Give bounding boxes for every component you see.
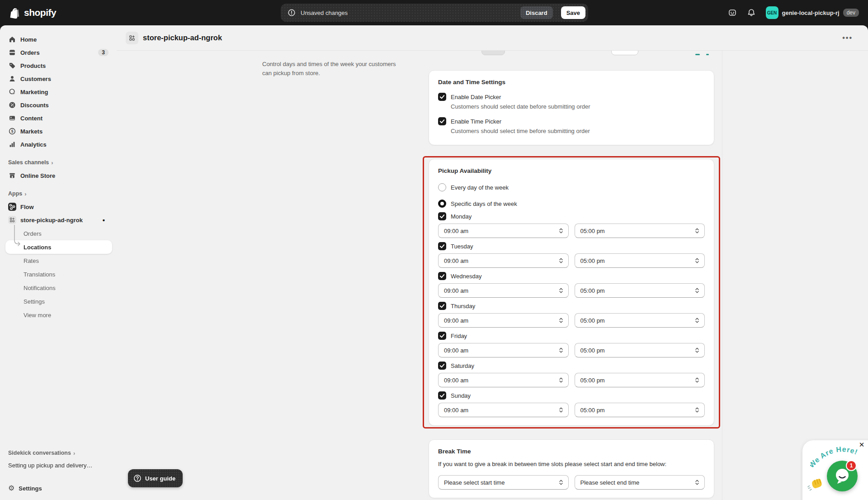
- orders-icon: [8, 48, 16, 57]
- clipped-button-fragment[interactable]: [611, 51, 638, 55]
- sidebar-item-products[interactable]: Products: [5, 59, 112, 72]
- sidebar-subitem-locations[interactable]: Locations: [5, 240, 112, 254]
- chat-notification-badge: 1: [846, 460, 857, 471]
- sidekick-conversation-item[interactable]: Setting up pickup and delivery…: [0, 458, 117, 472]
- select-value: 09:00 am: [444, 377, 468, 384]
- checkbox-checked-icon[interactable]: [438, 362, 446, 370]
- end-time-select[interactable]: 05:00 pm: [575, 283, 705, 298]
- sidebar-item-label: Marketing: [20, 89, 48, 95]
- checkbox-checked-icon[interactable]: [438, 302, 446, 310]
- discard-button[interactable]: Discard: [520, 6, 553, 19]
- account-menu[interactable]: GEN genie-local-pickup-rj dev: [763, 5, 862, 21]
- day-checkbox-row[interactable]: Friday: [438, 331, 705, 340]
- shopify-logo[interactable]: shopify: [10, 6, 56, 19]
- day-checkbox-row[interactable]: Thursday: [438, 301, 705, 310]
- sidebar-item-orders[interactable]: Orders 3: [5, 46, 112, 59]
- day-group: Monday 09:00 am 05:00 pm: [438, 212, 705, 238]
- checkbox-checked-icon[interactable]: [438, 391, 446, 400]
- end-time-select[interactable]: 05:00 pm: [575, 373, 705, 387]
- analytics-icon: [8, 140, 16, 148]
- sidebar-item-home[interactable]: Home: [5, 33, 112, 46]
- everyday-radio-row[interactable]: Every day of the week: [438, 183, 705, 192]
- day-label: Sunday: [451, 392, 471, 399]
- day-checkbox-row[interactable]: Tuesday: [438, 242, 705, 251]
- sidebar-item-online-store[interactable]: Online Store: [5, 169, 112, 182]
- select-value: 05:00 pm: [580, 377, 605, 384]
- end-time-select[interactable]: 05:00 pm: [575, 313, 705, 328]
- sidebar-item-customers[interactable]: Customers: [5, 72, 112, 85]
- marketing-icon: [8, 88, 16, 96]
- checkbox-checked-icon[interactable]: [438, 272, 446, 280]
- avatar: GEN: [766, 6, 778, 19]
- break-end-time-select[interactable]: Please select end time: [575, 475, 705, 490]
- time-selects-row: 09:00 am 05:00 pm: [438, 224, 705, 238]
- sidebar-item-label: Home: [20, 36, 37, 43]
- sidebar-subitem-settings[interactable]: Settings: [0, 295, 117, 308]
- sidebar-subitem-view-more[interactable]: View more: [0, 308, 117, 322]
- sidebar-item-analytics[interactable]: Analytics: [5, 138, 112, 151]
- stepper-icon: [558, 479, 564, 486]
- sidebar-bottom: Sidekick conversations › Setting up pick…: [0, 448, 117, 500]
- apps-header[interactable]: Apps ›: [0, 187, 117, 200]
- sidekick-assistant-button[interactable]: [725, 5, 740, 20]
- break-start-time-select[interactable]: Please select start time: [438, 475, 569, 490]
- day-checkbox-row[interactable]: Monday: [438, 212, 705, 221]
- start-time-select[interactable]: 09:00 am: [438, 224, 569, 238]
- sidebar-item-markets[interactable]: Markets: [5, 125, 112, 138]
- radio-selected-icon[interactable]: [438, 200, 446, 208]
- flow-app-icon: [8, 203, 16, 211]
- sidebar-subitem-rates[interactable]: Rates: [0, 254, 117, 267]
- sidebar-item-flow[interactable]: Flow: [5, 200, 112, 213]
- checkbox-checked-icon[interactable]: [438, 212, 446, 220]
- start-time-select[interactable]: 09:00 am: [438, 253, 569, 268]
- checkbox-checked-icon[interactable]: [438, 117, 446, 125]
- select-value: Please select start time: [444, 479, 505, 486]
- sales-channels-header[interactable]: Sales channels ›: [0, 156, 117, 169]
- day-group: Saturday 09:00 am 05:00 pm: [438, 361, 705, 387]
- enable-time-picker-checkbox-row[interactable]: Enable Time Picker: [438, 117, 705, 126]
- sidebar-item-app[interactable]: store-pickup-ad-ngrok •: [5, 214, 112, 226]
- pickup-availability-card: Pickup Availability Every day of the wee…: [429, 159, 714, 426]
- sidebar-item-label: Analytics: [20, 141, 47, 148]
- more-actions-button[interactable]: •••: [842, 34, 853, 42]
- user-guide-button[interactable]: User guide: [128, 469, 183, 487]
- start-time-select[interactable]: 09:00 am: [438, 373, 569, 387]
- specific-days-radio-row[interactable]: Specific days of the week: [438, 199, 705, 208]
- date-time-settings-card: Date and Time Settings Enable Date Picke…: [429, 70, 714, 145]
- start-time-select[interactable]: 09:00 am: [438, 283, 569, 298]
- sidebar-subitem-notifications[interactable]: Notifications: [0, 281, 117, 295]
- end-time-select[interactable]: 05:00 pm: [575, 253, 705, 268]
- enable-date-picker-checkbox-row[interactable]: Enable Date Picker: [438, 92, 705, 101]
- sidebar-item-settings[interactable]: ⚙ Settings: [5, 482, 112, 495]
- sidebar-item-content[interactable]: Content: [5, 112, 112, 124]
- clipped-button-fragment[interactable]: [481, 51, 505, 55]
- sidebar-item-marketing[interactable]: Marketing: [5, 86, 112, 98]
- start-time-select[interactable]: 09:00 am: [438, 343, 569, 357]
- checkbox-checked-icon[interactable]: [438, 332, 446, 340]
- save-button[interactable]: Save: [561, 6, 585, 19]
- checkbox-checked-icon[interactable]: [438, 93, 446, 101]
- sidebar-item-discounts[interactable]: Discounts: [5, 99, 112, 111]
- sidebar-subitem-orders[interactable]: Orders: [0, 227, 117, 240]
- clipped-link-fragment[interactable]: [695, 54, 700, 55]
- clipped-link-fragment: [706, 54, 709, 55]
- day-checkbox-row[interactable]: Saturday: [438, 361, 705, 370]
- sidebar-subitem-translations[interactable]: Translations: [0, 267, 117, 281]
- notifications-button[interactable]: [744, 5, 759, 20]
- end-time-select[interactable]: 05:00 pm: [575, 403, 705, 417]
- end-time-select[interactable]: 05:00 pm: [575, 343, 705, 357]
- section-header-label: Apps: [8, 190, 22, 197]
- end-time-select[interactable]: 05:00 pm: [575, 224, 705, 238]
- radio-unselected-icon[interactable]: [438, 183, 446, 191]
- sidekick-conversations-header[interactable]: Sidekick conversations ›: [0, 448, 117, 458]
- start-time-select[interactable]: 09:00 am: [438, 313, 569, 328]
- day-checkbox-row[interactable]: Wednesday: [438, 271, 705, 281]
- app-grid-icon: [8, 216, 16, 224]
- sidebar-item-label: Markets: [20, 128, 42, 135]
- clipped-scrolled-row: [429, 51, 714, 56]
- checkbox-checked-icon[interactable]: [438, 242, 446, 250]
- checkbox-label: Enable Date Picker: [451, 94, 501, 100]
- start-time-select[interactable]: 09:00 am: [438, 403, 569, 417]
- sidebar: Home Orders 3 Products Customers Marketi…: [0, 25, 117, 500]
- day-checkbox-row[interactable]: Sunday: [438, 391, 705, 400]
